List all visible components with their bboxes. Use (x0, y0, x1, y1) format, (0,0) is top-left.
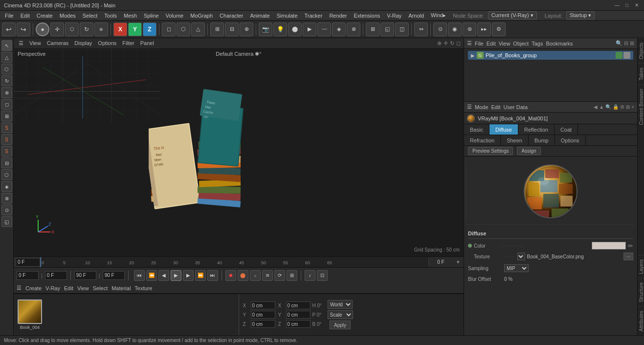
left-tool-14[interactable]: ⊗ (1, 193, 12, 204)
end-frame-input[interactable] (74, 271, 96, 280)
assign-button[interactable]: Assign (517, 147, 540, 155)
generator-button[interactable]: ◈ (332, 23, 346, 36)
vtab-layers[interactable]: Layers (638, 255, 644, 278)
left-tool-11[interactable]: ⊟ (1, 158, 12, 168)
material-button[interactable]: ⬤ (288, 23, 302, 36)
menu-animate[interactable]: Animate (247, 12, 272, 20)
free-mode-button[interactable]: ⊕ (94, 23, 108, 36)
mat-menu-edit[interactable]: Edit (64, 285, 73, 291)
vtab-objects[interactable]: Objects (638, 38, 644, 63)
viewport-menu-toggle[interactable]: ☰ (17, 40, 25, 46)
left-tool-4[interactable]: ↻ (1, 75, 12, 86)
end-frame-input2[interactable] (103, 271, 125, 280)
viewport-menu-filter[interactable]: Filter (120, 40, 136, 46)
obj-header-tags[interactable]: Tags (532, 41, 543, 46)
texture-browse-button[interactable]: ··· (623, 253, 633, 260)
prev-frame-button[interactable]: ⏪ (146, 270, 157, 281)
menu-vray[interactable]: V-Ray (384, 12, 404, 20)
left-tool-13[interactable]: ◈ (1, 181, 12, 192)
render-button[interactable]: ▶ (303, 23, 316, 36)
obj-vis-dot-gray[interactable] (623, 52, 630, 59)
keyframe-button[interactable]: ⬦ (250, 270, 261, 281)
deform-button[interactable]: 〰 (317, 23, 331, 36)
axis-y-button[interactable]: Y (128, 23, 142, 36)
cloner-button[interactable]: ◫ (395, 23, 409, 36)
texture-type-select[interactable]: ▼ (517, 253, 525, 260)
instance-button[interactable]: ◱ (380, 23, 394, 36)
color-edit-icon[interactable]: ✏ (628, 242, 633, 250)
viewport-canvas[interactable]: Perspective Default Camera ✱° Grid Spaci… (14, 49, 464, 256)
motion-button[interactable]: ⊡ (317, 270, 328, 281)
object-item-books-group[interactable]: ▶ G Pile_of_Books_group (468, 51, 633, 60)
record-auto-button[interactable]: ⬤ (238, 270, 248, 281)
menu-create[interactable]: Create (34, 12, 56, 20)
viewport-menu-cameras[interactable]: Cameras (45, 40, 71, 46)
array-button[interactable]: ⊞ (366, 23, 379, 36)
menu-mograph[interactable]: MoGraph (187, 12, 216, 20)
coord-yr-input[interactable] (286, 311, 311, 319)
attr-userdata[interactable]: User Data (504, 104, 528, 110)
menu-character[interactable]: Character (217, 12, 246, 20)
axis-x-button[interactable]: X (113, 23, 127, 36)
obj-header-toggle[interactable]: ☰ (467, 40, 472, 46)
obj-search-icon[interactable]: 🔍 (616, 40, 622, 46)
next-keyframe-button[interactable]: ▶ (183, 270, 194, 281)
vtab-attributes[interactable]: Attributes (638, 306, 644, 335)
preview-button[interactable]: ⊞ (287, 270, 297, 281)
viewport-menu-panel[interactable]: Panel (138, 40, 156, 46)
material-swatch-book[interactable]: Book_004 (18, 299, 42, 330)
loop-button[interactable]: ⟳ (274, 270, 285, 281)
hair-button[interactable]: ⊛ (463, 23, 476, 36)
redo-button[interactable]: ↪ (17, 23, 30, 36)
camera-button[interactable]: 📷 (259, 23, 272, 36)
axis-z-button[interactable]: Z (143, 23, 156, 36)
play-button[interactable]: ▶ (171, 270, 181, 281)
render2-button[interactable]: ▸▸ (477, 23, 491, 36)
menu-file[interactable]: File (2, 12, 17, 20)
coord-x-input[interactable] (251, 301, 275, 309)
close-button[interactable]: ✕ (633, 2, 640, 9)
obj-header-edit[interactable]: Edit (487, 41, 496, 46)
coord-zr-input[interactable] (286, 320, 311, 328)
obj-header-view[interactable]: View (499, 41, 511, 46)
scale-mode-button[interactable]: ⬡ (65, 23, 79, 36)
viewport-icon-3[interactable]: ↻ (450, 40, 454, 46)
menu-mesh[interactable]: Mesh (121, 12, 140, 20)
obj-header-file[interactable]: File (475, 41, 484, 46)
menu-extensions[interactable]: Extensions (351, 12, 383, 20)
left-tool-12[interactable]: ⬡ (1, 169, 12, 180)
attr-nav-back[interactable]: ◀ (594, 104, 598, 110)
frame-expand[interactable]: ▾ (453, 257, 464, 268)
menu-simulate[interactable]: Simulate (274, 12, 301, 20)
vtab-content-browser[interactable]: Content Browser (638, 84, 644, 129)
attr-search-icon[interactable]: 🔍 (605, 104, 611, 110)
mat-menu-select[interactable]: Select (93, 285, 108, 291)
coord-xr-input[interactable] (286, 301, 311, 309)
tab-coat[interactable]: Coat (555, 124, 578, 135)
attr-add-icon[interactable]: + (631, 104, 634, 110)
settings-button[interactable]: ⚙ (492, 23, 506, 36)
coord-system-select[interactable]: World Object (328, 300, 353, 309)
current-frame-input[interactable] (45, 271, 67, 280)
tab-reflection[interactable]: Reflection (518, 124, 555, 135)
obj-sort-icon[interactable]: ⊞ (630, 40, 634, 46)
sculpt-button[interactable]: ◉ (448, 23, 462, 36)
viewport-menu-options[interactable]: Options (96, 40, 118, 46)
menu-layout-value[interactable]: Startup ▾ (566, 11, 595, 20)
snap2-button[interactable]: ⊟ (225, 23, 239, 36)
left-tool-8[interactable]: S (1, 122, 12, 133)
current-frame-display[interactable] (16, 258, 40, 267)
subtab-options[interactable]: Options (555, 135, 586, 145)
object-mode-button[interactable]: ◻ (162, 23, 176, 36)
start-frame-input[interactable] (17, 271, 39, 280)
sampling-select[interactable]: MIP None Box (504, 264, 529, 272)
left-tool-9[interactable]: S (1, 134, 12, 145)
mat-menu-view[interactable]: View (77, 285, 89, 291)
vtab-structure[interactable]: Structure (638, 278, 644, 306)
record-button[interactable]: ⏺ (225, 270, 236, 281)
attr-toggle[interactable]: ☰ (467, 104, 472, 110)
prev-keyframe-button[interactable]: ◀ (158, 270, 169, 281)
attr-edit[interactable]: Edit (491, 104, 501, 110)
edge-mode-button[interactable]: ⬡ (177, 23, 190, 36)
menu-select[interactable]: Select (80, 12, 101, 20)
